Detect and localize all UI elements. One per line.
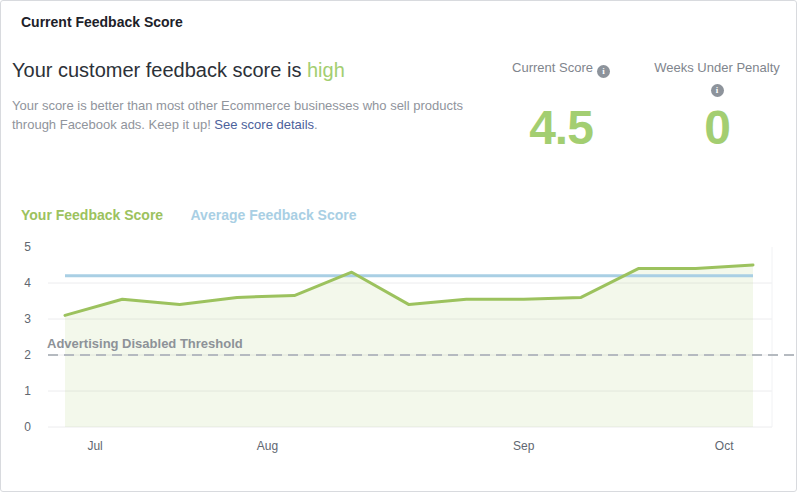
info-icon[interactable] bbox=[711, 84, 724, 97]
weeks-under-penalty-value: 0 bbox=[652, 102, 782, 154]
current-feedback-score-card: Current Feedback Score Your customer fee… bbox=[0, 0, 797, 492]
see-score-details-link[interactable]: See score details bbox=[214, 117, 314, 132]
chart-legend: Your Feedback Score Average Feedback Sco… bbox=[21, 207, 357, 223]
description-line2: through Facebook ads. Keep it up! bbox=[12, 117, 214, 132]
legend-average-feedback-score[interactable]: Average Feedback Score bbox=[191, 207, 357, 223]
weeks-under-penalty-stat: Weeks Under Penalty 0 bbox=[652, 60, 782, 160]
current-score-value: 4.5 bbox=[496, 102, 626, 154]
y-axis-label-5: 5 bbox=[24, 240, 31, 254]
x-axis-label-oct: Oct bbox=[715, 439, 734, 453]
current-score-label: Current Score bbox=[496, 60, 626, 78]
headline-text: Your customer feedback score is bbox=[12, 59, 307, 81]
description-line1: Your score is better than most other Eco… bbox=[12, 98, 463, 113]
x-axis-label-sep: Sep bbox=[513, 439, 535, 453]
current-score-label-text: Current Score bbox=[512, 60, 593, 75]
description: Your score is better than most other Eco… bbox=[12, 96, 463, 134]
current-score-stat: Current Score 4.5 bbox=[496, 60, 626, 160]
x-axis-label-aug: Aug bbox=[257, 439, 278, 453]
y-axis-label-3: 3 bbox=[24, 312, 31, 326]
description-period: . bbox=[314, 117, 318, 132]
weeks-under-penalty-label: Weeks Under Penalty bbox=[652, 60, 782, 75]
legend-your-feedback-score[interactable]: Your Feedback Score bbox=[21, 207, 163, 223]
info-icon[interactable] bbox=[597, 65, 610, 78]
y-axis-label-2: 2 bbox=[24, 348, 31, 362]
y-axis-label-4: 4 bbox=[24, 276, 31, 290]
y-axis-label-0: 0 bbox=[24, 420, 31, 434]
x-axis-label-jul: Jul bbox=[87, 439, 102, 453]
headline-highlight: high bbox=[307, 59, 345, 81]
advertising-disabled-threshold-label: Advertising Disabled Threshold bbox=[47, 336, 243, 351]
headline: Your customer feedback score is high bbox=[12, 59, 345, 82]
weeks-under-penalty-icon-row bbox=[652, 77, 782, 97]
feedback-score-chart: Advertising Disabled Threshold543210JulA… bbox=[1, 236, 797, 481]
card-title: Current Feedback Score bbox=[21, 14, 183, 30]
y-axis-label-1: 1 bbox=[24, 384, 31, 398]
